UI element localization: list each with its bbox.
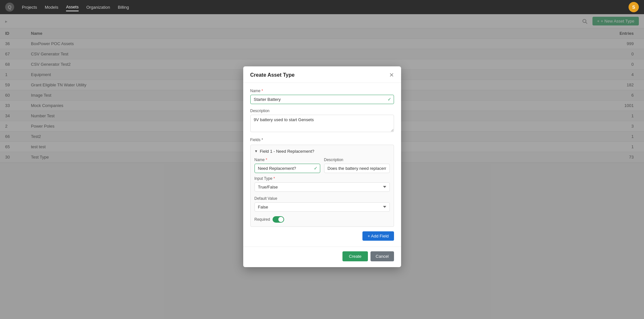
field-1-header-label: Field 1 - Need Replacement?	[260, 149, 314, 154]
description-input[interactable]: 9V battery used to start Gensets	[250, 115, 394, 132]
field-1-description-label: Description	[324, 158, 390, 162]
field-1-input-type-group: Input Type * True/False Text Number Date	[255, 176, 390, 192]
cancel-button[interactable]: Cancel	[370, 251, 394, 261]
add-field-button[interactable]: + Add Field	[362, 231, 394, 241]
field-1-required-group: Required	[255, 216, 390, 223]
nav-organization[interactable]: Organization	[86, 4, 110, 11]
field-1-block: ▼ Field 1 - Need Replacement? Name *	[250, 145, 394, 227]
user-initial: S	[632, 5, 635, 10]
fields-label: Fields *	[250, 138, 394, 142]
create-button[interactable]: Create	[342, 251, 368, 261]
field-1-default-value-label: Default Value	[255, 196, 390, 201]
modal-title: Create Asset Type	[250, 72, 295, 78]
modal-footer: Create Cancel	[243, 247, 401, 267]
field-1-default-value-select[interactable]: False True	[255, 202, 390, 212]
field-1-header[interactable]: ▼ Field 1 - Need Replacement?	[255, 149, 390, 154]
description-label: Description	[250, 109, 394, 113]
field-1-name-group: Name * ✓	[255, 158, 320, 173]
name-check-icon: ✓	[388, 97, 391, 102]
create-asset-type-modal: Create Asset Type ✕ Name * ✓ Desc	[243, 66, 401, 267]
field-1-name-input-wrapper: ✓	[255, 164, 320, 173]
field-1-name-label: Name *	[255, 158, 320, 162]
field-1-input-type-select[interactable]: True/False Text Number Date	[255, 182, 390, 192]
field-1-default-value-group: Default Value False True	[255, 196, 390, 212]
name-form-group: Name * ✓	[250, 89, 394, 104]
modal-body: Name * ✓ Description 9V battery used to …	[243, 83, 401, 247]
topnav: Q Projects Models Assets Organization Bi…	[0, 0, 644, 14]
nav-assets[interactable]: Assets	[66, 3, 79, 11]
field-1-name-input[interactable]	[255, 164, 320, 173]
field-1-description-group: Description	[324, 158, 390, 173]
logo-icon: Q	[8, 5, 12, 10]
name-input-wrapper: ✓	[250, 95, 394, 104]
fields-section: Fields * ▼ Field 1 - Need Replacement?	[250, 138, 394, 241]
description-form-group: Description 9V battery used to start Gen…	[250, 109, 394, 133]
nav-billing[interactable]: Billing	[118, 4, 129, 11]
modal-header: Create Asset Type ✕	[243, 66, 401, 83]
field-1-description-input[interactable]	[324, 164, 390, 173]
user-avatar[interactable]: S	[629, 2, 639, 12]
field-1-collapse-icon: ▼	[255, 149, 258, 153]
modal-close-button[interactable]: ✕	[389, 72, 394, 78]
field-1-input-type-label: Input Type *	[255, 176, 390, 181]
app-logo: Q	[5, 3, 14, 12]
field-1-required-label: Required	[255, 217, 270, 222]
add-field-row: + Add Field	[250, 230, 394, 241]
field-1-name-desc-row: Name * ✓ Description	[255, 158, 390, 173]
name-label: Name *	[250, 89, 394, 93]
field-1-required-toggle[interactable]	[273, 216, 284, 223]
name-input[interactable]	[250, 95, 394, 104]
nav-projects[interactable]: Projects	[22, 4, 37, 11]
field-1-check-icon: ✓	[314, 166, 318, 171]
modal-overlay: Create Asset Type ✕ Name * ✓ Desc	[0, 14, 644, 319]
nav-models[interactable]: Models	[45, 4, 58, 11]
main-area: ▸ + + New Asset Type ID Name Entries 36 …	[0, 14, 644, 319]
